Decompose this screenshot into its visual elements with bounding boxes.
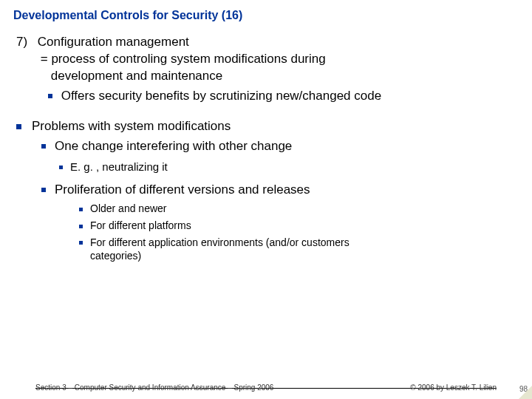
item-body: Configuration management = process of co… (38, 34, 511, 105)
problems-sub1-eg-text: E. g. , neutralizing it (70, 160, 168, 173)
item-7: 7) Configuration management = process of… (16, 34, 516, 105)
item-heading: Configuration management (38, 35, 189, 49)
item-def-line2: development and maintenance (38, 69, 223, 83)
problems-sub1-text: One change interefering with other chang… (55, 139, 292, 153)
problems-block: Problems with system modifications One c… (16, 118, 516, 264)
item7-bullet: Offers security benefits by scrutinizing… (38, 88, 511, 105)
problems-sub2-item3-line1: For different application environments (… (90, 236, 349, 248)
problems-sub2-item1-text: Older and newer (90, 202, 167, 214)
problems-sub2: Proliferation of different versions and … (16, 182, 516, 199)
slide-title: Developmental Controls for Security (16) (0, 0, 532, 22)
problems-sub2-item3-line2: categories) (79, 249, 516, 263)
problems-sub2-item2: For different platforms (16, 219, 516, 233)
problems-sub2-item1: Older and newer (16, 202, 516, 216)
bullet-icon (41, 144, 46, 149)
page-curl-icon (519, 386, 532, 399)
footer: Section 3 – Computer Security and Inform… (0, 388, 532, 392)
bullet-icon (59, 166, 63, 169)
item-def-line1: = process of controling system modificat… (38, 52, 326, 66)
footer-left-text: Section 3 – Computer Security and Inform… (35, 383, 273, 392)
bullet-icon (79, 225, 83, 228)
footer-right-text: © 2006 by Leszek T. Lilien (410, 383, 497, 392)
item-number: 7) (16, 34, 34, 51)
problems-sub2-item3: For different application environments (… (16, 236, 516, 264)
bullet-icon (41, 188, 46, 192)
problems-heading: Problems with system modifications (32, 119, 231, 133)
problems-heading-row: Problems with system modifications (16, 118, 516, 135)
problems-sub2-item2-text: For different platforms (90, 219, 191, 231)
slide-content: 7) Configuration management = process of… (0, 22, 532, 263)
bullet-icon (79, 208, 83, 211)
bullet-icon (16, 124, 21, 129)
problems-sub1-eg: E. g. , neutralizing it (16, 160, 516, 174)
bullet-icon (79, 241, 83, 245)
bullet-text: Offers security benefits by scrutinizing… (61, 89, 381, 103)
problems-sub2-text: Proliferation of different versions and … (55, 183, 310, 197)
problems-sub1: One change interefering with other chang… (16, 138, 516, 155)
bullet-icon (48, 94, 52, 98)
